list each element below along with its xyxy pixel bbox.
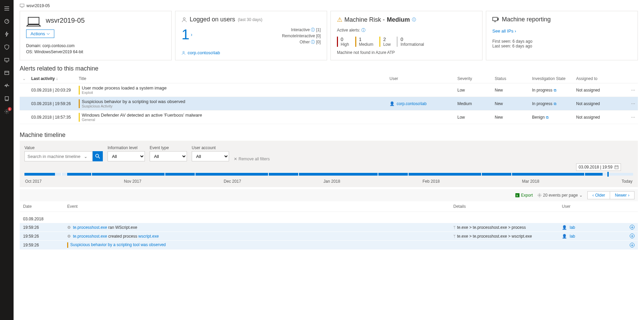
- laptop-icon: [26, 16, 41, 28]
- chevron-down-icon[interactable]: ⌄: [22, 76, 26, 81]
- timeline-toolbar: XExport 20 events per page ⌄ ‹ Older New…: [20, 189, 638, 201]
- actions-button[interactable]: Actions: [26, 29, 54, 38]
- alerts-table: ⌄ Last activity ↓ Title User Severity St…: [20, 74, 638, 124]
- nav-reports-icon[interactable]: [0, 66, 14, 79]
- nav-incidents-icon[interactable]: [0, 28, 14, 41]
- user-breakdown: Interactive ⓘ [1] RemoteInteractive [0] …: [282, 27, 321, 45]
- nav-machines-icon[interactable]: [0, 54, 14, 66]
- month-label: Feb 2018: [422, 179, 440, 184]
- more-icon[interactable]: ⋯: [628, 97, 638, 111]
- reporting-icon: [492, 17, 499, 22]
- month-label: Today: [622, 179, 632, 184]
- col-assigned[interactable]: Assigned to: [573, 74, 628, 83]
- machine-name: wsvr2019-05: [46, 17, 85, 24]
- events-per-page[interactable]: 20 events per page ⌄: [537, 193, 583, 198]
- col-investigation[interactable]: Investigation State: [529, 74, 573, 83]
- settings-badge: 1: [8, 107, 12, 111]
- col-event[interactable]: Event: [64, 201, 450, 212]
- main-content: wsvr2019-05 wsvr2019-05 Actions Domain: …: [14, 0, 644, 320]
- events-table: Date Event Details User 03.09.2018 19:59…: [20, 201, 638, 250]
- alert-row[interactable]: 03.09.2018 | 19:59:26 Suspicious behavio…: [20, 97, 638, 111]
- svg-point-8: [183, 51, 185, 53]
- scrub-handle[interactable]: [607, 172, 609, 177]
- user-select[interactable]: All: [192, 151, 229, 161]
- col-title[interactable]: Title: [76, 74, 387, 83]
- user-count[interactable]: 1›: [182, 26, 192, 43]
- date-input[interactable]: 03.09.2018 | 19:59: [576, 163, 621, 171]
- svg-point-7: [183, 18, 185, 20]
- svg-rect-3: [5, 97, 8, 100]
- event-row[interactable]: 19:59:26 Suspicious behavior by a script…: [20, 241, 638, 250]
- nav-shield-icon[interactable]: [0, 41, 14, 54]
- gear-icon: [537, 193, 542, 197]
- svg-rect-11: [615, 166, 618, 169]
- col-last-activity[interactable]: Last activity ↓: [29, 74, 76, 83]
- nav-hunting-icon[interactable]: [0, 92, 14, 105]
- month-label: Mar 2018: [522, 179, 539, 184]
- search-combo[interactable]: ⌄: [24, 151, 93, 161]
- excel-icon: X: [515, 193, 520, 198]
- remove-filters[interactable]: ✕ Remove all filters: [234, 157, 270, 161]
- month-label: Jan 2018: [323, 179, 340, 184]
- chevron-down-icon[interactable]: ⌄: [82, 154, 90, 159]
- alert-row[interactable]: 03.09.2018 | 18:57:35 Windows Defender A…: [20, 111, 638, 124]
- expand-icon[interactable]: +: [630, 234, 634, 238]
- risk-card: ⚠ Machine Risk - Medium ⓘ Active alerts:…: [330, 11, 482, 60]
- svg-rect-1: [5, 58, 9, 61]
- event-type-select[interactable]: All: [150, 151, 187, 161]
- alerts-section-title: Alerts related to this machine: [20, 65, 638, 72]
- chevron-down-icon: [46, 33, 50, 35]
- col-ev-user[interactable]: User: [558, 201, 626, 212]
- svg-rect-9: [493, 17, 497, 21]
- newer-button[interactable]: Newer ›: [610, 191, 634, 199]
- timeline-panel: Value ⌄ Information level All Event type: [20, 141, 638, 187]
- event-group-date: 03.09.2018: [20, 212, 638, 223]
- expand-icon[interactable]: +: [630, 225, 634, 229]
- month-label: Oct 2017: [25, 179, 42, 184]
- nav-health-icon[interactable]: [0, 79, 14, 92]
- reporting-card: Machine reporting See all IPs › First se…: [486, 11, 638, 60]
- see-all-ips-link[interactable]: See all IPs ›: [492, 28, 631, 34]
- warning-icon: ⚠: [337, 16, 342, 23]
- col-severity[interactable]: Severity: [455, 74, 492, 83]
- logged-on-users-card: Logged on users (last 30 days) 1› Intera…: [175, 11, 327, 60]
- col-status[interactable]: Status: [492, 74, 529, 83]
- svg-rect-6: [28, 17, 39, 24]
- breadcrumb: wsvr2019-05: [20, 3, 638, 8]
- machine-card: wsvr2019-05 Actions Domain: corp.contoso…: [20, 11, 172, 60]
- more-icon[interactable]: ⋯: [628, 111, 638, 124]
- expand-icon[interactable]: +: [630, 243, 634, 247]
- search-button[interactable]: [93, 151, 103, 161]
- col-details[interactable]: Details: [450, 201, 558, 212]
- time-scrubber[interactable]: 03.09.2018 | 19:59: [24, 173, 633, 184]
- nav-menu-icon[interactable]: [0, 2, 14, 15]
- machine-icon: [20, 4, 24, 8]
- search-input[interactable]: [27, 154, 82, 159]
- timeline-section-title: Machine timeline: [20, 132, 638, 139]
- nav-dashboard-icon[interactable]: [0, 15, 14, 28]
- svg-text:X: X: [516, 194, 518, 197]
- more-icon[interactable]: ⋯: [628, 83, 638, 97]
- alert-row[interactable]: 03.09.2018 | 20:03:29 User mode process …: [20, 83, 638, 97]
- svg-rect-5: [20, 4, 24, 7]
- user-icon: [182, 17, 187, 22]
- event-row[interactable]: 19:59:26 ⚙te.processhost.exe ran WScript…: [20, 223, 638, 232]
- svg-point-4: [6, 111, 7, 112]
- svg-point-10: [96, 154, 99, 157]
- side-nav: 1: [0, 0, 14, 320]
- info-icon[interactable]: ⓘ: [361, 28, 365, 33]
- user-link[interactable]: corp.contoso\lab: [182, 50, 321, 55]
- breadcrumb-machine: wsvr2019-05: [26, 3, 50, 8]
- event-row[interactable]: 19:59:26 ⚙te.processhost.exe created pro…: [20, 232, 638, 241]
- svg-rect-2: [5, 71, 9, 75]
- col-user[interactable]: User: [387, 74, 455, 83]
- svg-point-14: [539, 195, 540, 196]
- calendar-icon: [614, 165, 619, 169]
- month-label: Nov 2017: [124, 179, 141, 184]
- export-button[interactable]: XExport: [515, 193, 533, 198]
- info-level-select[interactable]: All: [108, 151, 145, 161]
- nav-settings-icon[interactable]: 1: [0, 105, 14, 118]
- info-icon[interactable]: ⓘ: [412, 17, 416, 23]
- older-button[interactable]: ‹ Older: [587, 191, 610, 199]
- col-date[interactable]: Date: [20, 201, 64, 212]
